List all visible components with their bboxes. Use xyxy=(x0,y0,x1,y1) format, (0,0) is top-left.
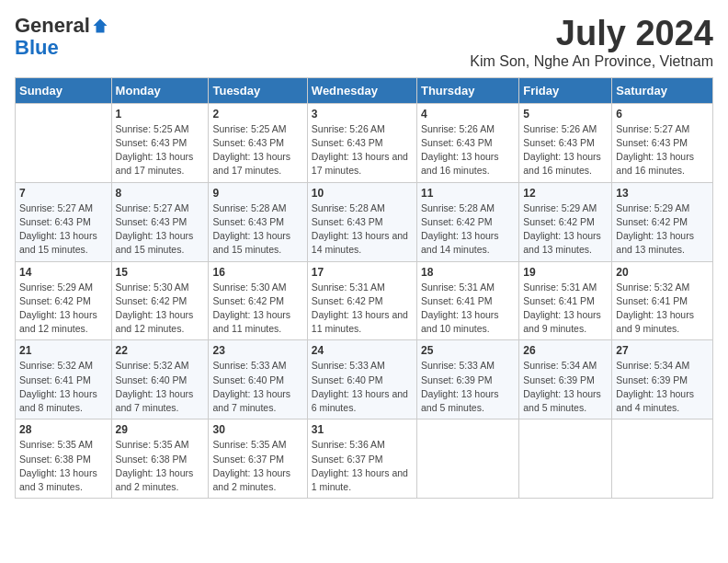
day-info: Sunrise: 5:34 AM Sunset: 6:39 PM Dayligh… xyxy=(616,359,709,415)
calendar-cell xyxy=(416,419,518,499)
day-number: 20 xyxy=(616,266,709,279)
column-header-monday: Monday xyxy=(111,77,209,103)
calendar-cell: 10Sunrise: 5:28 AM Sunset: 6:43 PM Dayli… xyxy=(307,182,416,261)
day-info: Sunrise: 5:28 AM Sunset: 6:43 PM Dayligh… xyxy=(212,201,302,258)
day-number: 4 xyxy=(421,108,515,121)
location-subtitle: Kim Son, Nghe An Province, Vietnam xyxy=(470,53,713,70)
calendar-table: SundayMondayTuesdayWednesdayThursdayFrid… xyxy=(15,77,713,499)
day-number: 22 xyxy=(116,344,205,357)
calendar-cell: 22Sunrise: 5:32 AM Sunset: 6:40 PM Dayli… xyxy=(111,340,209,419)
week-row-3: 14Sunrise: 5:29 AM Sunset: 6:42 PM Dayli… xyxy=(16,261,713,340)
day-info: Sunrise: 5:28 AM Sunset: 6:42 PM Dayligh… xyxy=(421,201,515,258)
day-info: Sunrise: 5:32 AM Sunset: 6:40 PM Dayligh… xyxy=(116,359,205,415)
header: General Blue July 2024 Kim Son, Nghe An … xyxy=(15,15,713,70)
day-number: 26 xyxy=(523,344,608,357)
calendar-cell: 27Sunrise: 5:34 AM Sunset: 6:39 PM Dayli… xyxy=(612,340,713,419)
calendar-cell: 25Sunrise: 5:33 AM Sunset: 6:39 PM Dayli… xyxy=(416,340,518,419)
day-number: 27 xyxy=(616,344,709,357)
day-info: Sunrise: 5:33 AM Sunset: 6:40 PM Dayligh… xyxy=(312,359,413,415)
title-area: July 2024 Kim Son, Nghe An Province, Vie… xyxy=(470,15,713,70)
day-number: 11 xyxy=(421,187,515,200)
calendar-cell: 29Sunrise: 5:35 AM Sunset: 6:38 PM Dayli… xyxy=(111,419,209,499)
svg-marker-0 xyxy=(93,19,107,33)
day-number: 9 xyxy=(212,187,302,200)
logo-general-text: General xyxy=(15,15,90,37)
calendar-cell: 2Sunrise: 5:25 AM Sunset: 6:43 PM Daylig… xyxy=(209,103,307,182)
day-number: 23 xyxy=(212,344,302,357)
day-number: 6 xyxy=(616,108,709,121)
day-info: Sunrise: 5:35 AM Sunset: 6:38 PM Dayligh… xyxy=(116,438,205,494)
calendar-cell: 18Sunrise: 5:31 AM Sunset: 6:41 PM Dayli… xyxy=(416,261,518,340)
day-number: 13 xyxy=(616,187,709,200)
calendar-cell: 23Sunrise: 5:33 AM Sunset: 6:40 PM Dayli… xyxy=(209,340,307,419)
day-info: Sunrise: 5:25 AM Sunset: 6:43 PM Dayligh… xyxy=(212,122,302,178)
calendar-cell: 6Sunrise: 5:27 AM Sunset: 6:43 PM Daylig… xyxy=(612,103,713,182)
day-number: 8 xyxy=(116,187,205,200)
calendar-cell: 12Sunrise: 5:29 AM Sunset: 6:42 PM Dayli… xyxy=(519,182,612,261)
calendar-cell: 4Sunrise: 5:26 AM Sunset: 6:43 PM Daylig… xyxy=(416,103,518,182)
day-info: Sunrise: 5:25 AM Sunset: 6:43 PM Dayligh… xyxy=(116,122,205,178)
day-info: Sunrise: 5:31 AM Sunset: 6:41 PM Dayligh… xyxy=(421,281,515,337)
calendar-cell: 7Sunrise: 5:27 AM Sunset: 6:43 PM Daylig… xyxy=(16,182,112,261)
day-info: Sunrise: 5:30 AM Sunset: 6:42 PM Dayligh… xyxy=(116,281,205,337)
column-header-friday: Friday xyxy=(519,77,612,103)
day-number: 31 xyxy=(312,423,413,436)
calendar-cell: 16Sunrise: 5:30 AM Sunset: 6:42 PM Dayli… xyxy=(209,261,307,340)
day-number: 10 xyxy=(312,187,413,200)
column-header-wednesday: Wednesday xyxy=(307,77,416,103)
calendar-cell: 14Sunrise: 5:29 AM Sunset: 6:42 PM Dayli… xyxy=(16,261,112,340)
day-info: Sunrise: 5:27 AM Sunset: 6:43 PM Dayligh… xyxy=(19,201,108,258)
day-info: Sunrise: 5:27 AM Sunset: 6:43 PM Dayligh… xyxy=(616,122,709,178)
week-row-5: 28Sunrise: 5:35 AM Sunset: 6:38 PM Dayli… xyxy=(16,419,713,499)
day-number: 24 xyxy=(312,344,413,357)
calendar-header-row: SundayMondayTuesdayWednesdayThursdayFrid… xyxy=(16,77,713,103)
calendar-cell: 9Sunrise: 5:28 AM Sunset: 6:43 PM Daylig… xyxy=(209,182,307,261)
day-info: Sunrise: 5:32 AM Sunset: 6:41 PM Dayligh… xyxy=(616,281,709,337)
calendar-cell: 19Sunrise: 5:31 AM Sunset: 6:41 PM Dayli… xyxy=(519,261,612,340)
calendar-cell: 5Sunrise: 5:26 AM Sunset: 6:43 PM Daylig… xyxy=(519,103,612,182)
day-info: Sunrise: 5:28 AM Sunset: 6:43 PM Dayligh… xyxy=(312,201,413,258)
day-info: Sunrise: 5:31 AM Sunset: 6:42 PM Dayligh… xyxy=(312,281,413,337)
calendar-cell: 15Sunrise: 5:30 AM Sunset: 6:42 PM Dayli… xyxy=(111,261,209,340)
day-info: Sunrise: 5:33 AM Sunset: 6:40 PM Dayligh… xyxy=(212,359,302,415)
day-info: Sunrise: 5:34 AM Sunset: 6:39 PM Dayligh… xyxy=(523,359,608,415)
day-info: Sunrise: 5:35 AM Sunset: 6:38 PM Dayligh… xyxy=(19,438,108,494)
calendar-cell: 17Sunrise: 5:31 AM Sunset: 6:42 PM Dayli… xyxy=(307,261,416,340)
day-number: 21 xyxy=(19,344,108,357)
day-info: Sunrise: 5:26 AM Sunset: 6:43 PM Dayligh… xyxy=(421,122,515,178)
day-info: Sunrise: 5:26 AM Sunset: 6:43 PM Dayligh… xyxy=(312,122,413,178)
day-number: 14 xyxy=(19,266,108,279)
calendar-cell: 20Sunrise: 5:32 AM Sunset: 6:41 PM Dayli… xyxy=(612,261,713,340)
day-info: Sunrise: 5:29 AM Sunset: 6:42 PM Dayligh… xyxy=(19,281,108,337)
day-info: Sunrise: 5:27 AM Sunset: 6:43 PM Dayligh… xyxy=(116,201,205,258)
calendar-cell: 28Sunrise: 5:35 AM Sunset: 6:38 PM Dayli… xyxy=(16,419,112,499)
calendar-cell xyxy=(519,419,612,499)
calendar-cell: 31Sunrise: 5:36 AM Sunset: 6:37 PM Dayli… xyxy=(307,419,416,499)
day-number: 19 xyxy=(523,266,608,279)
day-number: 29 xyxy=(116,423,205,436)
calendar-cell: 3Sunrise: 5:26 AM Sunset: 6:43 PM Daylig… xyxy=(307,103,416,182)
column-header-thursday: Thursday xyxy=(416,77,518,103)
day-info: Sunrise: 5:35 AM Sunset: 6:37 PM Dayligh… xyxy=(212,438,302,494)
calendar-cell: 21Sunrise: 5:32 AM Sunset: 6:41 PM Dayli… xyxy=(16,340,112,419)
calendar-cell: 13Sunrise: 5:29 AM Sunset: 6:42 PM Dayli… xyxy=(612,182,713,261)
day-number: 12 xyxy=(523,187,608,200)
day-info: Sunrise: 5:36 AM Sunset: 6:37 PM Dayligh… xyxy=(312,438,413,494)
calendar-cell xyxy=(16,103,112,182)
logo: General Blue xyxy=(15,15,108,59)
day-info: Sunrise: 5:31 AM Sunset: 6:41 PM Dayligh… xyxy=(523,281,608,337)
day-info: Sunrise: 5:29 AM Sunset: 6:42 PM Dayligh… xyxy=(616,201,709,258)
day-number: 30 xyxy=(212,423,302,436)
day-number: 16 xyxy=(212,266,302,279)
day-number: 25 xyxy=(421,344,515,357)
day-number: 28 xyxy=(19,423,108,436)
day-info: Sunrise: 5:26 AM Sunset: 6:43 PM Dayligh… xyxy=(523,122,608,178)
calendar-cell: 26Sunrise: 5:34 AM Sunset: 6:39 PM Dayli… xyxy=(519,340,612,419)
month-year-title: July 2024 xyxy=(470,15,713,53)
week-row-4: 21Sunrise: 5:32 AM Sunset: 6:41 PM Dayli… xyxy=(16,340,713,419)
logo-icon xyxy=(92,17,108,34)
logo-blue-text: Blue xyxy=(15,37,108,59)
week-row-2: 7Sunrise: 5:27 AM Sunset: 6:43 PM Daylig… xyxy=(16,182,713,261)
day-info: Sunrise: 5:32 AM Sunset: 6:41 PM Dayligh… xyxy=(19,359,108,415)
week-row-1: 1Sunrise: 5:25 AM Sunset: 6:43 PM Daylig… xyxy=(16,103,713,182)
